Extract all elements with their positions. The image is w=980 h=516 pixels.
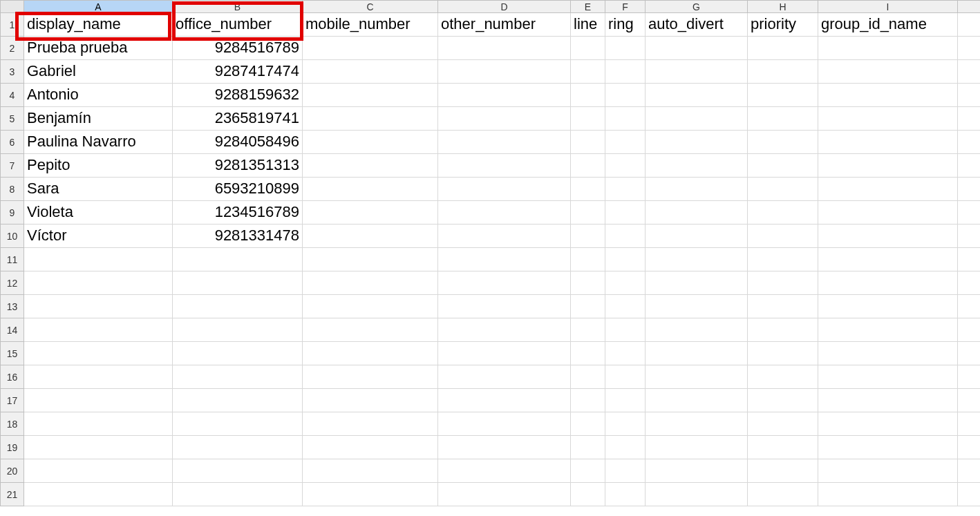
cell-D11[interactable] [438, 248, 571, 271]
cell-G16[interactable] [646, 365, 748, 389]
cell-extra-19[interactable] [958, 436, 981, 459]
cell-C15[interactable] [303, 342, 438, 365]
cell-C4[interactable] [303, 84, 438, 107]
select-all-corner[interactable] [1, 1, 24, 13]
cell-extra-16[interactable] [958, 365, 981, 389]
row-header-7[interactable]: 7 [1, 154, 24, 178]
cell-G18[interactable] [646, 412, 748, 436]
cell-C18[interactable] [303, 412, 438, 436]
cell-D5[interactable] [438, 107, 571, 131]
cell-A19[interactable] [24, 436, 173, 459]
cell-D12[interactable] [438, 271, 571, 295]
row-header-14[interactable]: 14 [1, 318, 24, 342]
spreadsheet-grid[interactable]: A B C D E F G H I 1 display_name office_… [0, 0, 980, 506]
cell-H15[interactable] [748, 342, 818, 365]
cell-G20[interactable] [646, 459, 748, 483]
cell-F3[interactable] [605, 60, 646, 84]
cell-C13[interactable] [303, 295, 438, 318]
cell-D17[interactable] [438, 389, 571, 412]
cell-E13[interactable] [571, 295, 605, 318]
cell-I15[interactable] [818, 342, 958, 365]
cell-E6[interactable] [571, 131, 605, 154]
row-header-1[interactable]: 1 [1, 13, 24, 37]
cell-C14[interactable] [303, 318, 438, 342]
cell-extra-10[interactable] [958, 224, 981, 248]
cell-B2[interactable]: 9284516789 [173, 37, 303, 60]
cell-D20[interactable] [438, 459, 571, 483]
cell-D18[interactable] [438, 412, 571, 436]
cell-I17[interactable] [818, 389, 958, 412]
cell-F16[interactable] [605, 365, 646, 389]
cell-I18[interactable] [818, 412, 958, 436]
cell-F13[interactable] [605, 295, 646, 318]
cell-I19[interactable] [818, 436, 958, 459]
cell-G11[interactable] [646, 248, 748, 271]
cell-E10[interactable] [571, 224, 605, 248]
cell-I3[interactable] [818, 60, 958, 84]
cell-A14[interactable] [24, 318, 173, 342]
cell-E14[interactable] [571, 318, 605, 342]
cell-B13[interactable] [173, 295, 303, 318]
cell-G10[interactable] [646, 224, 748, 248]
cell-A5[interactable]: Benjamín [24, 107, 173, 131]
cell-A6[interactable]: Paulina Navarro [24, 131, 173, 154]
cell-extra-20[interactable] [958, 459, 981, 483]
cell-B7[interactable]: 9281351313 [173, 154, 303, 178]
col-header-C[interactable]: C [303, 1, 438, 13]
cell-C2[interactable] [303, 37, 438, 60]
cell-B1[interactable]: office_number [173, 13, 303, 37]
cell-D7[interactable] [438, 154, 571, 178]
cell-extra-15[interactable] [958, 342, 981, 365]
cell-F20[interactable] [605, 459, 646, 483]
cell-A13[interactable] [24, 295, 173, 318]
col-header-E[interactable]: E [571, 1, 605, 13]
col-header-F[interactable]: F [605, 1, 646, 13]
cell-G2[interactable] [646, 37, 748, 60]
cell-D14[interactable] [438, 318, 571, 342]
cell-I13[interactable] [818, 295, 958, 318]
row-header-9[interactable]: 9 [1, 201, 24, 224]
cell-I6[interactable] [818, 131, 958, 154]
cell-D4[interactable] [438, 84, 571, 107]
cell-G7[interactable] [646, 154, 748, 178]
cell-H16[interactable] [748, 365, 818, 389]
cell-D6[interactable] [438, 131, 571, 154]
cell-B16[interactable] [173, 365, 303, 389]
cell-B5[interactable]: 2365819741 [173, 107, 303, 131]
cell-C21[interactable] [303, 483, 438, 506]
cell-C1[interactable]: mobile_number [303, 13, 438, 37]
cell-extra-1[interactable] [958, 13, 981, 37]
cell-I4[interactable] [818, 84, 958, 107]
row-header-11[interactable]: 11 [1, 248, 24, 271]
cell-B18[interactable] [173, 412, 303, 436]
cell-A12[interactable] [24, 271, 173, 295]
cell-H8[interactable] [748, 178, 818, 201]
cell-G3[interactable] [646, 60, 748, 84]
cell-C9[interactable] [303, 201, 438, 224]
cell-E17[interactable] [571, 389, 605, 412]
cell-D3[interactable] [438, 60, 571, 84]
cell-H19[interactable] [748, 436, 818, 459]
cell-A18[interactable] [24, 412, 173, 436]
cell-G4[interactable] [646, 84, 748, 107]
cell-B17[interactable] [173, 389, 303, 412]
cell-E12[interactable] [571, 271, 605, 295]
cell-A10[interactable]: Víctor [24, 224, 173, 248]
cell-G9[interactable] [646, 201, 748, 224]
cell-G5[interactable] [646, 107, 748, 131]
cell-E2[interactable] [571, 37, 605, 60]
cell-I14[interactable] [818, 318, 958, 342]
cell-E9[interactable] [571, 201, 605, 224]
cell-H5[interactable] [748, 107, 818, 131]
col-header-D[interactable]: D [438, 1, 571, 13]
cell-extra-21[interactable] [958, 483, 981, 506]
cell-G15[interactable] [646, 342, 748, 365]
cell-A15[interactable] [24, 342, 173, 365]
cell-B4[interactable]: 9288159632 [173, 84, 303, 107]
row-header-13[interactable]: 13 [1, 295, 24, 318]
cell-extra-8[interactable] [958, 178, 981, 201]
cell-I1[interactable]: group_id_name [818, 13, 958, 37]
cell-extra-14[interactable] [958, 318, 981, 342]
cell-G8[interactable] [646, 178, 748, 201]
cell-A17[interactable] [24, 389, 173, 412]
